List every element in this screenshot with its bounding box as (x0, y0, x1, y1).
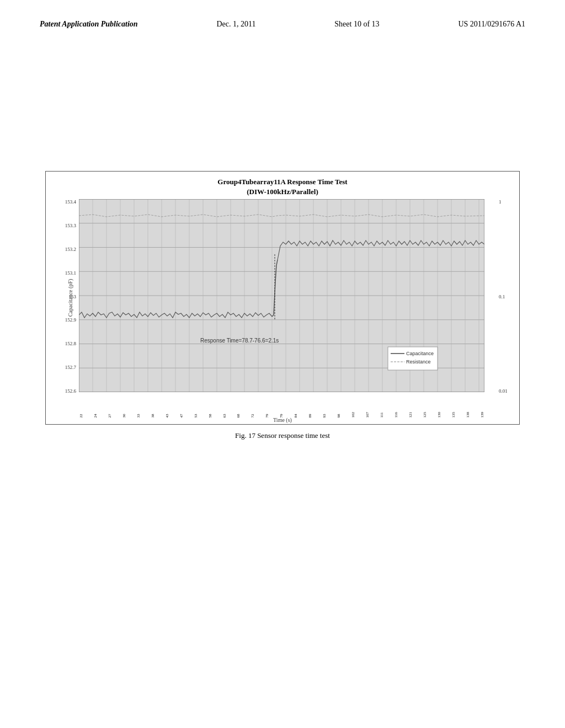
publication-label: Patent Application Publication (40, 20, 138, 29)
chart-wrapper: Group4Tubearray11A Response Time Test (D… (40, 171, 525, 440)
page-header: Patent Application Publication Dec. 1, 2… (0, 0, 565, 29)
y-axis-labels-right: 1 0.1 0.01 (499, 199, 518, 394)
y-label-1: 153.3 (65, 223, 76, 228)
y-label-8: 152.6 (65, 388, 76, 394)
chart-title-line2: (DIW-100kHz/Parallel) (46, 187, 519, 197)
chart-title: Group4Tubearray11A Response Time Test (D… (46, 172, 519, 197)
y-label-7: 152.7 (65, 365, 76, 370)
svg-text:Capacitance: Capacitance (406, 351, 434, 356)
y-label-2: 153.2 (65, 247, 76, 252)
date-label: Dec. 1, 2011 (216, 20, 255, 29)
chart-title-line1: Group4Tubearray11A Response Time Test (46, 177, 519, 187)
svg-text:Resistance: Resistance (406, 359, 431, 365)
y-label-3: 153.1 (65, 270, 76, 276)
page: Patent Application Publication Dec. 1, 2… (0, 0, 565, 728)
y-label-4: 153 (69, 294, 77, 299)
patent-number-label: US 2011/0291676 A1 (458, 20, 525, 29)
y-axis-labels-left: 153.4 153.3 153.2 153.1 153 152.9 152.8 … (49, 199, 76, 394)
y-right-label-8: 0.01 (499, 388, 508, 394)
y-label-5: 152.9 (65, 317, 76, 323)
y-right-label-0: 1 (499, 199, 502, 205)
figure-caption: Fig. 17 Sensor response time test (40, 431, 525, 440)
sheet-label: Sheet 10 of 13 (334, 20, 379, 29)
y-right-label-4: 0.1 (499, 294, 505, 299)
y-label-0: 153.4 (65, 199, 76, 205)
svg-text:Response Time=78.7-76.6=2.1s: Response Time=78.7-76.6=2.1s (200, 338, 279, 344)
plot-area: Response Time=78.7-76.6=2.1s Capacitance… (79, 199, 484, 392)
y-label-6: 152.8 (65, 341, 76, 346)
x-axis-title: Time (s) (46, 417, 519, 423)
chart-container: Group4Tubearray11A Response Time Test (D… (45, 171, 520, 425)
